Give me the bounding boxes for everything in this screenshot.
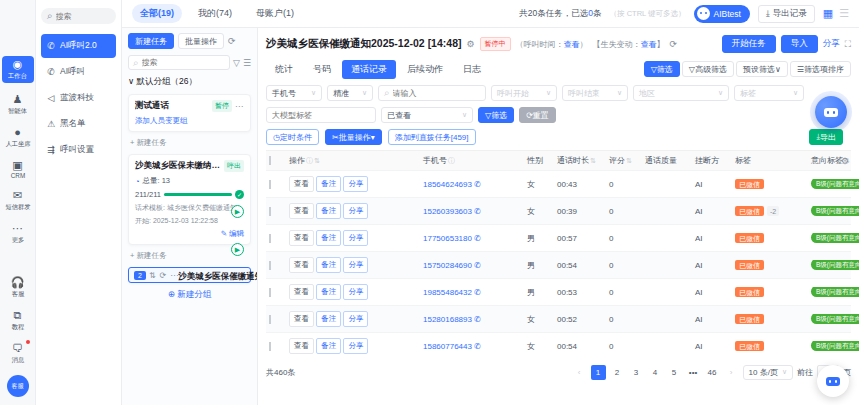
row-checkbox[interactable]	[269, 261, 271, 270]
batch-actions-button[interactable]: 批量操作	[178, 33, 224, 49]
more-icon[interactable]: ⋯	[170, 271, 178, 280]
page-1[interactable]: 1	[591, 365, 606, 380]
task-search[interactable]: ⌕	[128, 55, 230, 70]
phone-link[interactable]: 15260393603	[423, 207, 472, 216]
share-button[interactable]: 分享	[343, 284, 368, 300]
view-button[interactable]: 查看	[289, 176, 314, 192]
tab-numbers[interactable]: 号码	[304, 60, 340, 79]
rail-item-agent[interactable]: ♟ 智能体	[2, 93, 34, 116]
view-button[interactable]: 查看	[289, 284, 314, 300]
share-button[interactable]: 分享	[343, 203, 368, 219]
phone-icon[interactable]: ✆	[474, 315, 481, 324]
apply-filter-button[interactable]: ▽ 筛选	[478, 107, 514, 123]
sidebar-item-ai-call-2[interactable]: ✆ AI呼叫2.0	[41, 34, 116, 58]
tab-parent-account[interactable]: 母账户(1)	[248, 4, 302, 23]
table-row[interactable]: 查看 备注 分享 15280168893✆ 女 00:52 0 AI 已微信 B…	[266, 305, 851, 332]
view-change-link[interactable]: 查看	[641, 40, 657, 49]
keyword-search[interactable]: ⌕	[378, 85, 486, 101]
share-button[interactable]: 分享	[343, 338, 368, 354]
view-call-time-link[interactable]: 查看	[564, 40, 580, 49]
tab-statistics[interactable]: 统计	[266, 60, 302, 79]
task-card-notice-dec2-selected[interactable]: 2 ⇅ ⟳ ⋯ 沙美城乡医保催缴通知202... 呼出 ◔总量: 13 211/…	[128, 267, 251, 283]
tab-call-records[interactable]: 通话记录	[342, 60, 396, 79]
table-row[interactable]: 查看 备注 分享 15260393603✆ 女 00:39 0 AI 已微信-2…	[266, 197, 851, 224]
view-button[interactable]: 查看	[289, 257, 314, 273]
rail-item-more[interactable]: ⋯ 更多	[2, 222, 34, 245]
new-group-button[interactable]: ⊕ 新建分组	[128, 289, 251, 301]
phone-icon[interactable]: ✆	[474, 288, 481, 297]
page-ellipsis[interactable]: •••	[686, 365, 701, 380]
member-change-link[interactable]: 添加人员变更组	[135, 116, 244, 126]
page-5[interactable]: 5	[667, 365, 682, 380]
tab-followup[interactable]: 后续动作	[398, 60, 452, 79]
rail-item-sms[interactable]: ✉ 短信群发	[2, 189, 34, 212]
export-records-button[interactable]: ⤓ 导出记录	[758, 5, 815, 23]
sidebar-item-blacklist[interactable]: ⚠ 黑名单	[41, 112, 116, 136]
reset-button[interactable]: ⟳ 重置	[519, 107, 556, 123]
add-task-link[interactable]: + 新建任务	[130, 138, 251, 148]
note-button[interactable]: 备注	[316, 203, 341, 219]
grid-view-icon[interactable]: ▦	[823, 7, 833, 20]
phone-icon[interactable]: ✆	[474, 261, 481, 270]
phone-icon[interactable]: ✆	[474, 207, 481, 216]
support-float-button[interactable]	[817, 365, 849, 397]
prev-page-button[interactable]: ‹	[572, 365, 587, 380]
note-button[interactable]: 备注	[316, 338, 341, 354]
rail-item-support[interactable]: 🎧 客服	[2, 276, 34, 299]
ai-assistant-float-button[interactable]	[815, 96, 847, 128]
task-search-input[interactable]	[142, 58, 202, 67]
note-button[interactable]: 备注	[316, 257, 341, 273]
new-task-button[interactable]: 新建任务	[128, 33, 174, 49]
table-row[interactable]: 查看 备注 分享 15750284690✆ 男 00:54 0 AI 已微信 B…	[266, 251, 851, 278]
share-button[interactable]: 分享	[343, 257, 368, 273]
next-page-button[interactable]: ›	[724, 365, 739, 380]
row-checkbox[interactable]	[269, 342, 271, 351]
phone-icon[interactable]: ✆	[474, 180, 481, 189]
rail-item-tutorial[interactable]: ⧉ 教程	[2, 309, 34, 332]
phone-link[interactable]: 19855486432	[423, 288, 472, 297]
row-checkbox[interactable]	[269, 234, 271, 243]
fullscreen-icon[interactable]: ⛶	[845, 39, 851, 50]
select-all-checkbox[interactable]	[269, 156, 271, 165]
page-2[interactable]: 2	[610, 365, 625, 380]
sidebar-search-input[interactable]	[56, 12, 106, 21]
note-button[interactable]: 备注	[316, 284, 341, 300]
batch-operation-button[interactable]: ✂ 批量操作 ▾	[325, 129, 382, 145]
page-4[interactable]: 4	[648, 365, 663, 380]
phone-icon[interactable]: ✆	[474, 234, 481, 243]
import-button[interactable]: 导入	[781, 35, 818, 53]
filter-icon[interactable]: ▽	[233, 58, 240, 68]
col-gender[interactable]: 性别	[524, 155, 554, 166]
share-button[interactable]: 分享	[343, 230, 368, 246]
tab-my-tasks[interactable]: 我的(74)	[190, 4, 240, 23]
page-46[interactable]: 46	[705, 365, 720, 380]
sort-icon[interactable]: ⇅	[590, 157, 596, 164]
sidebar-item-call-settings[interactable]: ⇶ 呼叫设置	[41, 138, 116, 162]
row-checkbox[interactable]	[269, 180, 271, 189]
per-page-select[interactable]: 10 条/页∨	[743, 365, 793, 380]
export-button[interactable]: ⤓ 导出	[809, 129, 843, 145]
call-start-picker[interactable]: 呼叫开始∨	[491, 85, 557, 101]
phone-link[interactable]: 17750653180	[423, 234, 472, 243]
col-duration[interactable]: 通话时长⇅	[554, 155, 606, 166]
note-button[interactable]: 备注	[316, 311, 341, 327]
task-card-test[interactable]: 测试通话 暂停 ⋯ 添加人员变更组	[128, 94, 251, 132]
match-select[interactable]: 精准∨	[327, 85, 373, 101]
view-button[interactable]: 查看	[289, 230, 314, 246]
table-row[interactable]: 查看 备注 分享 18564624693✆ 女 00:43 0 AI 已微信 B…	[266, 170, 851, 197]
edit-link[interactable]: ✎ 编辑	[221, 229, 244, 239]
user-account-button[interactable]: AIBtest	[694, 5, 750, 23]
rail-item-human-seat[interactable]: ● 人工坐席	[2, 126, 34, 149]
refresh-icon[interactable]: ⟳	[160, 271, 167, 280]
add-direct-task-button[interactable]: 添加到直拨任务[459]	[388, 129, 476, 145]
col-phone[interactable]: 手机号ⓘ	[420, 155, 524, 166]
col-tags[interactable]: 标签	[732, 155, 808, 166]
column-settings-icon[interactable]: ⚙	[841, 156, 849, 166]
share-button[interactable]: 分享	[343, 176, 368, 192]
row-checkbox[interactable]	[269, 207, 271, 216]
col-quality[interactable]: 通话质量	[642, 155, 692, 166]
sidebar-item-ai-call[interactable]: ✆ AI呼叫	[41, 60, 116, 84]
sort-icon[interactable]: ⇅	[626, 157, 632, 164]
filter-sort-button[interactable]: ☰ 筛选项排序	[790, 61, 851, 77]
col-intent[interactable]: 意向标签⇅	[808, 155, 859, 166]
